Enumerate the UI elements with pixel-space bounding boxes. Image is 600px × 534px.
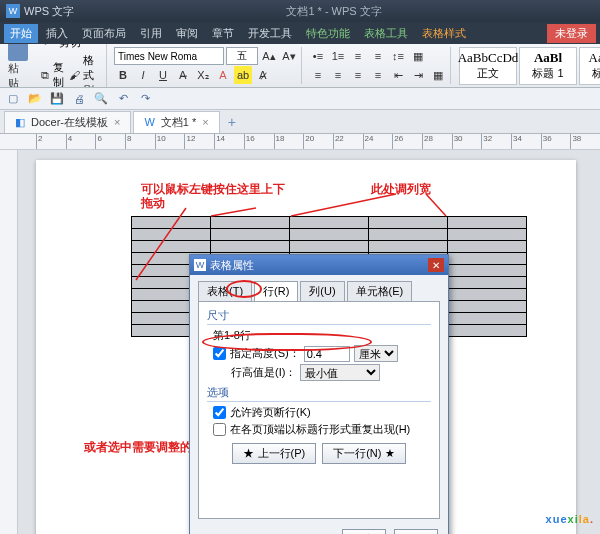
table-cell[interactable] (448, 325, 527, 337)
size-group-header: 尺寸 (207, 308, 431, 325)
dialog-tab-cell[interactable]: 单元格(E) (347, 281, 413, 301)
tab-docer[interactable]: ◧Docer-在线模板× (4, 111, 131, 133)
table-cell[interactable] (448, 217, 527, 229)
dialog-tab-column[interactable]: 列(U) (300, 281, 344, 301)
font-select[interactable] (114, 47, 224, 65)
indent-inc-button[interactable]: ⇥ (409, 66, 427, 84)
line-spacing-button[interactable]: ↕≡ (389, 47, 407, 65)
qat-preview-icon[interactable]: 🔍 (92, 90, 110, 108)
menu-developer[interactable]: 开发工具 (242, 24, 298, 43)
underline-button[interactable]: U (154, 66, 172, 84)
style-normal[interactable]: AaBbCcDd正文 (459, 47, 517, 85)
height-mode-select[interactable]: 最小值 (300, 364, 380, 381)
paste-button[interactable]: 粘贴 (4, 44, 32, 88)
table-cell[interactable] (448, 301, 527, 313)
height-unit-select[interactable]: 厘米 (354, 345, 398, 362)
font-size-select[interactable] (226, 47, 258, 65)
table-cell[interactable] (290, 217, 369, 229)
align-center-button[interactable]: ≡ (369, 47, 387, 65)
copy-button[interactable]: ⧉ (39, 66, 51, 84)
menu-references[interactable]: 引用 (134, 24, 168, 43)
indent-dec-button[interactable]: ⇤ (389, 66, 407, 84)
table-cell[interactable] (132, 229, 211, 241)
login-button[interactable]: 未登录 (547, 24, 596, 43)
menu-review[interactable]: 审阅 (170, 24, 204, 43)
dialog-tab-table[interactable]: 表格(T) (198, 281, 252, 301)
highlight-button[interactable]: ab (234, 66, 252, 84)
table-cell[interactable] (448, 277, 527, 289)
qat-print-icon[interactable]: 🖨 (70, 90, 88, 108)
repeat-header-checkbox[interactable] (213, 423, 226, 436)
table-cell[interactable] (448, 253, 527, 265)
close-icon[interactable]: × (114, 116, 120, 128)
table-cell[interactable] (211, 217, 290, 229)
bold-button[interactable]: B (114, 66, 132, 84)
next-row-button[interactable]: 下一行(N) ★ (322, 443, 405, 464)
qat-new-icon[interactable]: ▢ (4, 90, 22, 108)
italic-button[interactable]: I (134, 66, 152, 84)
grow-font-button[interactable]: A▴ (260, 47, 278, 65)
annotation-right: 此处调列宽 (371, 182, 431, 196)
table-cell[interactable] (448, 313, 527, 325)
style-heading1[interactable]: AaBl标题 1 (519, 47, 577, 85)
table-cell[interactable] (369, 229, 448, 241)
table-cell[interactable] (448, 265, 527, 277)
align-left-button[interactable]: ≡ (349, 47, 367, 65)
table-cell[interactable] (211, 241, 290, 253)
align-c2-button[interactable]: ≡ (329, 66, 347, 84)
strike-button[interactable]: A̶ (174, 66, 192, 84)
style-heading2[interactable]: AaBbC标题 2 (579, 47, 600, 85)
qat-open-icon[interactable]: 📂 (26, 90, 44, 108)
align-j-button[interactable]: ≡ (369, 66, 387, 84)
clear-format-button[interactable]: A̷ (254, 66, 272, 84)
allow-break-checkbox[interactable] (213, 406, 226, 419)
watermark: xuexila. (546, 507, 594, 528)
table-cell[interactable] (290, 241, 369, 253)
dialog-tab-row[interactable]: 行(R) (254, 281, 298, 301)
cancel-button[interactable]: 取消 (394, 529, 438, 534)
bullets-button[interactable]: •≡ (309, 47, 327, 65)
table-cell[interactable] (448, 229, 527, 241)
table-cell[interactable] (132, 217, 211, 229)
close-icon[interactable]: × (202, 116, 208, 128)
table-cell[interactable] (369, 217, 448, 229)
add-tab-button[interactable]: + (222, 112, 242, 132)
app-name: WPS 文字 (24, 4, 74, 19)
menu-table-tools[interactable]: 表格工具 (358, 24, 414, 43)
qat-undo-icon[interactable]: ↶ (114, 90, 132, 108)
numbering-button[interactable]: 1≡ (329, 47, 347, 65)
dialog-close-icon[interactable]: ✕ (428, 258, 444, 272)
qat-save-icon[interactable]: 💾 (48, 90, 66, 108)
format-painter-button[interactable]: 🖌 (68, 66, 81, 84)
font-color-button[interactable]: A (214, 66, 232, 84)
ok-button[interactable]: 确定 (342, 529, 386, 534)
table-cell[interactable] (132, 241, 211, 253)
table-cell[interactable] (290, 229, 369, 241)
height-input[interactable] (304, 346, 350, 362)
subscript-button[interactable]: X₂ (194, 66, 212, 84)
qat-redo-icon[interactable]: ↷ (136, 90, 154, 108)
shrink-font-button[interactable]: A▾ (280, 47, 298, 65)
tab-doc1[interactable]: W文档1 *× (133, 111, 219, 133)
prev-row-button[interactable]: ★ 上一行(P) (232, 443, 316, 464)
horizontal-ruler[interactable]: 2468101214161820222426283032343638 (0, 134, 600, 150)
align-r-button[interactable]: ≡ (349, 66, 367, 84)
vertical-ruler[interactable] (0, 150, 18, 534)
cut-button[interactable]: ✂ (39, 44, 57, 52)
menu-table-style[interactable]: 表格样式 (416, 24, 472, 43)
menu-insert[interactable]: 插入 (40, 24, 74, 43)
menu-layout[interactable]: 页面布局 (76, 24, 132, 43)
menu-start[interactable]: 开始 (4, 24, 38, 43)
table-cell[interactable] (369, 241, 448, 253)
shading-button[interactable]: ▦ (409, 47, 427, 65)
menu-special[interactable]: 特色功能 (300, 24, 356, 43)
table-cell[interactable] (211, 229, 290, 241)
menu-section[interactable]: 章节 (206, 24, 240, 43)
table-cell[interactable] (448, 289, 527, 301)
table-cell[interactable] (448, 241, 527, 253)
window-title: 文档1 * - WPS 文字 (74, 4, 594, 19)
borders-button[interactable]: ▦ (429, 66, 447, 84)
dialog-titlebar[interactable]: W 表格属性 ✕ (190, 255, 448, 275)
specify-height-checkbox[interactable] (213, 347, 226, 360)
align-l2-button[interactable]: ≡ (309, 66, 327, 84)
